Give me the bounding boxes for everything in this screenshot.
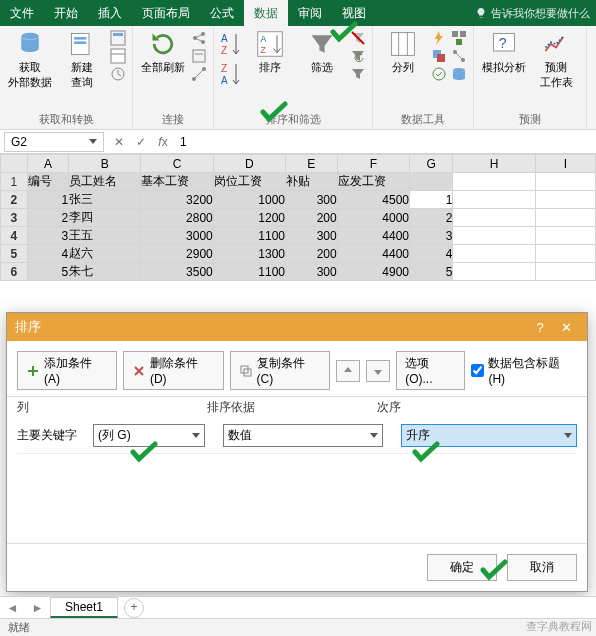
- cell[interactable]: 朱七: [69, 263, 141, 281]
- col-header[interactable]: E: [286, 155, 338, 173]
- cell[interactable]: 3: [409, 227, 452, 245]
- cell[interactable]: 300: [286, 191, 338, 209]
- refresh-all-button[interactable]: 全部刷新: [139, 30, 187, 75]
- sort-basis-dropdown[interactable]: 数值: [223, 424, 383, 447]
- cell[interactable]: 张三: [69, 191, 141, 209]
- edit-links-icon[interactable]: [191, 66, 207, 82]
- cell[interactable]: 岗位工资: [213, 173, 285, 191]
- cell[interactable]: 1: [409, 191, 452, 209]
- worksheet-grid[interactable]: A B C D E F G H I 1编号员工姓名基本工资岗位工资补贴应发工资2…: [0, 154, 596, 281]
- row-header[interactable]: 6: [1, 263, 28, 281]
- sort-desc-icon[interactable]: ZA: [220, 60, 242, 90]
- sheet-nav-prev[interactable]: ◄: [7, 601, 19, 615]
- delete-condition-button[interactable]: 删除条件(D): [123, 351, 224, 390]
- tab-data[interactable]: 数据: [244, 0, 288, 26]
- cell[interactable]: 1100: [213, 263, 285, 281]
- row-header[interactable]: 2: [1, 191, 28, 209]
- col-header[interactable]: C: [141, 155, 213, 173]
- remove-duplicates-icon[interactable]: [431, 48, 447, 64]
- cell[interactable]: 补贴: [286, 173, 338, 191]
- cell[interactable]: 1100: [213, 227, 285, 245]
- cell[interactable]: 2: [409, 209, 452, 227]
- cell[interactable]: 基本工资: [141, 173, 213, 191]
- cell[interactable]: 4000: [337, 209, 409, 227]
- show-queries-icon[interactable]: [110, 30, 126, 46]
- move-down-button[interactable]: [366, 360, 390, 382]
- cell[interactable]: 5: [409, 263, 452, 281]
- sort-button[interactable]: AZ 排序: [246, 30, 294, 75]
- cancel-formula-button[interactable]: ✕: [108, 135, 130, 149]
- add-condition-button[interactable]: 添加条件(A): [17, 351, 117, 390]
- move-up-button[interactable]: [336, 360, 360, 382]
- connections-icon[interactable]: [191, 30, 207, 46]
- select-all-corner[interactable]: [1, 155, 28, 173]
- cell[interactable]: 2900: [141, 245, 213, 263]
- col-header[interactable]: A: [27, 155, 68, 173]
- name-box[interactable]: G2: [4, 132, 104, 152]
- cell[interactable]: 3200: [141, 191, 213, 209]
- from-table-icon[interactable]: [110, 48, 126, 64]
- cell[interactable]: 3500: [141, 263, 213, 281]
- data-validation-icon[interactable]: [431, 66, 447, 82]
- tab-insert[interactable]: 插入: [88, 0, 132, 26]
- recent-sources-icon[interactable]: [110, 66, 126, 82]
- cell[interactable]: 1300: [213, 245, 285, 263]
- tell-me[interactable]: 告诉我你想要做什么: [475, 0, 596, 26]
- options-button[interactable]: 选项(O)...: [396, 351, 465, 390]
- cell[interactable]: 3: [27, 227, 68, 245]
- sheet-nav-next[interactable]: ►: [32, 601, 44, 615]
- reapply-icon[interactable]: [350, 48, 366, 64]
- cell[interactable]: 200: [286, 245, 338, 263]
- cell[interactable]: 4400: [337, 227, 409, 245]
- sheet-tab[interactable]: Sheet1: [50, 597, 118, 618]
- col-header[interactable]: I: [535, 155, 595, 173]
- cell[interactable]: 4500: [337, 191, 409, 209]
- col-header[interactable]: G: [409, 155, 452, 173]
- row-header[interactable]: 3: [1, 209, 28, 227]
- copy-condition-button[interactable]: 复制条件(C): [230, 351, 331, 390]
- tab-home[interactable]: 开始: [44, 0, 88, 26]
- add-sheet-button[interactable]: +: [124, 598, 144, 618]
- cell[interactable]: 李四: [69, 209, 141, 227]
- advanced-filter-icon[interactable]: [350, 66, 366, 82]
- sort-asc-icon[interactable]: AZ: [220, 30, 242, 60]
- cell[interactable]: 4900: [337, 263, 409, 281]
- enter-formula-button[interactable]: ✓: [130, 135, 152, 149]
- row-header[interactable]: 1: [1, 173, 28, 191]
- formula-input[interactable]: [174, 133, 596, 151]
- fx-button[interactable]: fx: [152, 135, 174, 149]
- cell[interactable]: 5: [27, 263, 68, 281]
- consolidate-icon[interactable]: [451, 30, 467, 46]
- cell[interactable]: 300: [286, 227, 338, 245]
- col-header[interactable]: B: [69, 155, 141, 173]
- flash-fill-icon[interactable]: [431, 30, 447, 46]
- cell[interactable]: 300: [286, 263, 338, 281]
- has-header-checkbox[interactable]: 数据包含标题(H): [471, 355, 577, 386]
- text-to-columns-button[interactable]: 分列: [379, 30, 427, 75]
- col-header[interactable]: H: [453, 155, 536, 173]
- cell[interactable]: 赵六: [69, 245, 141, 263]
- cancel-button[interactable]: 取消: [507, 554, 577, 581]
- tab-formulas[interactable]: 公式: [200, 0, 244, 26]
- tab-file[interactable]: 文件: [0, 0, 44, 26]
- relationships-icon[interactable]: [451, 48, 467, 64]
- cell[interactable]: 4400: [337, 245, 409, 263]
- cell[interactable]: 2800: [141, 209, 213, 227]
- cell[interactable]: 2: [27, 209, 68, 227]
- help-button[interactable]: ?: [527, 320, 553, 335]
- col-header[interactable]: D: [213, 155, 285, 173]
- what-if-analysis-button[interactable]: ? 模拟分析: [480, 30, 528, 75]
- cell[interactable]: 应发工资: [337, 173, 409, 191]
- close-button[interactable]: ✕: [553, 320, 579, 335]
- row-header[interactable]: 5: [1, 245, 28, 263]
- forecast-sheet-button[interactable]: 预测 工作表: [532, 30, 580, 90]
- cell[interactable]: 1000: [213, 191, 285, 209]
- cell[interactable]: 4: [409, 245, 452, 263]
- cell[interactable]: 1: [27, 191, 68, 209]
- cell[interactable]: 编号: [27, 173, 68, 191]
- new-query-button[interactable]: 新建 查询: [58, 30, 106, 90]
- cell[interactable]: [409, 173, 452, 191]
- manage-data-model-icon[interactable]: [451, 66, 467, 82]
- cell[interactable]: 200: [286, 209, 338, 227]
- col-header[interactable]: F: [337, 155, 409, 173]
